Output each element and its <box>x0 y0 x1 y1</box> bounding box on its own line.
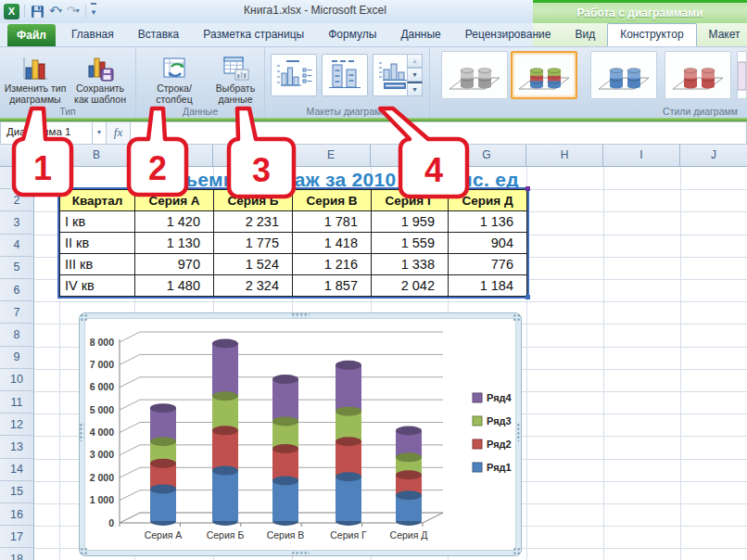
chart-layout-2-thumbnail[interactable] <box>322 54 368 96</box>
row-header-9[interactable]: 9 <box>0 347 34 369</box>
value-cell[interactable]: 1 480 <box>135 275 214 297</box>
layouts-scroll-down-button[interactable]: ▼ <box>407 68 423 82</box>
range-handle-blue[interactable] <box>525 295 530 299</box>
stacked-cylinder-chart: 01 0002 0003 0004 0005 0006 0007 0008 00… <box>84 318 516 551</box>
chart-handle-corner-tr[interactable] <box>513 313 521 322</box>
value-cell[interactable]: 1 857 <box>293 275 372 297</box>
save-as-template-button[interactable]: Сохранитькак шаблон <box>68 50 133 105</box>
column-header-E[interactable]: E <box>292 145 371 167</box>
redo-dropdown-icon[interactable]: ▾ <box>76 4 80 19</box>
chart-handle-bottom[interactable] <box>291 551 310 556</box>
change-chart-type-button[interactable]: Изменить типдиаграммы <box>3 50 68 105</box>
chart-handle-right[interactable] <box>516 423 522 441</box>
value-cell[interactable]: 1 184 <box>449 275 527 297</box>
chart-style-5-thumbnail[interactable] <box>737 51 747 99</box>
contextual-tab-header: Работа с диаграммами <box>533 0 747 23</box>
layouts-scroll-up-button[interactable]: ▲ <box>407 54 423 68</box>
value-cell[interactable]: 970 <box>135 254 214 275</box>
row-header-18[interactable]: 18 <box>0 548 34 560</box>
chart-layout-1-thumbnail[interactable] <box>271 54 317 96</box>
table-row: III кв9701 5241 2161 338776 <box>60 254 527 275</box>
tab-page-layout[interactable]: Разметка страницы <box>191 23 316 46</box>
tab-view[interactable]: Вид <box>563 23 607 46</box>
row-header-13[interactable]: 13 <box>0 436 34 458</box>
chart-area[interactable]: 01 0002 0003 0004 0005 0006 0007 0008 00… <box>84 318 516 551</box>
group-label-chart-styles: Стили диаграмм <box>430 106 747 117</box>
svg-text:2: 2 <box>148 149 167 187</box>
row-header-14[interactable]: 14 <box>0 459 34 481</box>
chart-style-1-thumbnail[interactable] <box>441 51 508 99</box>
row-header-3[interactable]: 3 <box>0 211 34 234</box>
tab-home[interactable]: Главная <box>59 23 126 46</box>
chart-handle-corner-bl[interactable] <box>80 547 88 555</box>
quarter-cell[interactable]: I кв <box>60 211 135 233</box>
row-header-10[interactable]: 10 <box>0 369 34 391</box>
value-cell[interactable]: 776 <box>449 254 527 275</box>
quarter-cell[interactable]: IV кв <box>60 275 135 297</box>
value-cell[interactable]: 1 420 <box>135 211 214 233</box>
value-cell[interactable]: 1 781 <box>293 211 372 233</box>
tab-file[interactable]: Файл <box>7 24 56 46</box>
row-header-6[interactable]: 6 <box>0 279 34 301</box>
row-header-17[interactable]: 17 <box>0 526 34 548</box>
tab-design[interactable]: Конструктор <box>607 23 696 46</box>
row-header-8[interactable]: 8 <box>0 324 34 346</box>
row-header-16[interactable]: 16 <box>0 503 34 526</box>
tab-data[interactable]: Данные <box>388 23 452 46</box>
ribbon-tab-row: Файл ГлавнаяВставкаРазметка страницыФорм… <box>0 23 747 46</box>
row-header-5[interactable]: 5 <box>0 257 34 279</box>
column-header-I[interactable]: I <box>603 145 680 167</box>
table-header-cell[interactable]: Серия В <box>293 190 372 211</box>
select-data-icon <box>209 50 262 82</box>
name-box-dropdown-icon[interactable]: ▾ <box>93 121 107 145</box>
select-data-button[interactable]: Выбратьданные <box>209 50 262 105</box>
redo-button[interactable]: ↷▾ <box>66 4 81 19</box>
value-cell[interactable]: 1 959 <box>372 211 449 233</box>
range-handle-purple[interactable] <box>525 186 530 191</box>
tab-layout[interactable]: Макет <box>697 23 747 46</box>
quarter-cell[interactable]: III кв <box>60 254 135 275</box>
value-cell[interactable]: 1 216 <box>293 254 372 275</box>
column-header-J[interactable]: J <box>680 145 747 167</box>
qat-customize-button[interactable]: ▾ <box>91 3 97 19</box>
chart-handle-top[interactable] <box>291 312 310 318</box>
chart-handle-corner-tl[interactable] <box>80 313 88 322</box>
undo-dropdown-icon[interactable]: ▾ <box>58 4 62 19</box>
tab-insert[interactable]: Вставка <box>126 23 192 46</box>
value-cell[interactable]: 1 136 <box>449 211 527 233</box>
quarter-cell[interactable]: II кв <box>60 233 135 254</box>
chart-style-4-thumbnail[interactable] <box>665 51 731 99</box>
value-cell[interactable]: 1 559 <box>372 233 449 254</box>
svg-text:4 000: 4 000 <box>90 426 114 438</box>
value-cell[interactable]: 2 042 <box>372 275 449 297</box>
value-cell[interactable]: 1 130 <box>135 233 214 254</box>
chart-handle-corner-br[interactable] <box>513 547 521 555</box>
row-header-11[interactable]: 11 <box>0 391 34 414</box>
row-header-7[interactable]: 7 <box>0 301 34 324</box>
svg-text:3: 3 <box>252 151 271 189</box>
chart-style-3-thumbnail[interactable] <box>590 51 657 99</box>
row-header-4[interactable]: 4 <box>0 235 34 257</box>
value-cell[interactable]: 2 231 <box>214 211 293 233</box>
chart-object[interactable]: 01 0002 0003 0004 0005 0006 0007 0008 00… <box>79 312 522 556</box>
column-header-H[interactable]: H <box>526 145 603 167</box>
tab-formulas[interactable]: Формулы <box>316 23 388 46</box>
save-icon[interactable] <box>30 5 45 19</box>
value-cell[interactable]: 1 338 <box>372 254 449 275</box>
value-cell[interactable]: 2 324 <box>214 275 293 297</box>
value-cell[interactable]: 1 775 <box>214 233 293 254</box>
undo-button[interactable]: ↶▾ <box>48 4 63 19</box>
layouts-more-button[interactable]: ▼ <box>407 82 423 96</box>
tab-review[interactable]: Рецензирование <box>453 23 563 46</box>
table-row: II кв1 1301 7751 4181 559904 <box>60 233 527 254</box>
value-cell[interactable]: 904 <box>449 233 527 254</box>
value-cell[interactable]: 1 418 <box>293 233 372 254</box>
row-header-12[interactable]: 12 <box>0 414 34 436</box>
value-cell[interactable]: 1 524 <box>214 254 293 275</box>
svg-text:4: 4 <box>424 151 443 189</box>
chart-style-2-thumbnail-selected[interactable] <box>511 51 577 99</box>
svg-text:Серия Г: Серия Г <box>330 529 367 541</box>
row-header-15[interactable]: 15 <box>0 481 34 503</box>
svg-text:Ряд1: Ряд1 <box>487 462 512 473</box>
chart-handle-left[interactable] <box>79 423 84 441</box>
